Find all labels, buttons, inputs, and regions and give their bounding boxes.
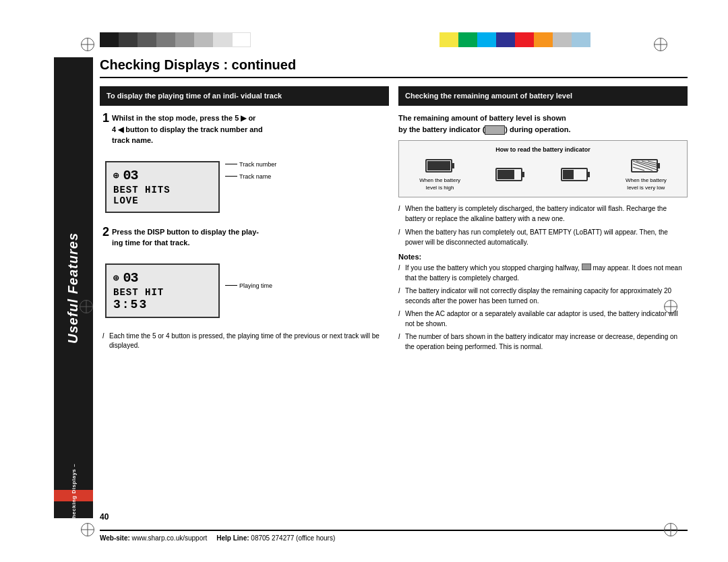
right-column: Checking the remaining amount of battery… bbox=[398, 86, 688, 355]
note-1: If you use the battery which you stopped… bbox=[398, 263, 688, 283]
display-mockup-1: ⊕ 03 BEST HITS LOVE bbox=[105, 161, 220, 213]
left-section-header: To display the playing time of an indi- … bbox=[100, 86, 389, 106]
battery-three-quarter bbox=[495, 167, 525, 183]
display-mockup-2: ⊕ 03 BEST HIT 3:53 bbox=[105, 263, 220, 318]
page-number: 40 bbox=[100, 512, 109, 522]
svg-rect-5 bbox=[497, 170, 514, 179]
bullet-1: When the battery is completely discharge… bbox=[398, 204, 688, 224]
color-bar-left bbox=[100, 32, 251, 47]
svg-rect-2 bbox=[427, 161, 450, 170]
step-2: 2 Press the DISP button to display the p… bbox=[100, 226, 389, 249]
page-title: Checking Displays : continued bbox=[100, 57, 688, 78]
crosshair-bottom-right bbox=[664, 523, 677, 536]
track-name-label: Track name bbox=[225, 173, 276, 180]
step-1: 1 Whilst in the stop mode, press the 5 ▶… bbox=[100, 113, 389, 146]
color-bar-right bbox=[439, 32, 590, 47]
playing-time-label: Playing time bbox=[225, 282, 272, 289]
sidebar-sub-label: – Checking Displays – bbox=[54, 490, 93, 501]
bullet-2: When the battery has run completely out,… bbox=[398, 228, 688, 247]
footer-helpline-label: Help Line: bbox=[216, 534, 249, 542]
track-number-label: Track number bbox=[225, 161, 276, 168]
battery-diagram-title: How to read the battery indicator bbox=[404, 146, 681, 153]
sidebar-main-label: Useful Features bbox=[66, 232, 82, 343]
battery-full-label: When the batterylevel is high bbox=[419, 177, 460, 191]
columns: To display the playing time of an indi- … bbox=[100, 86, 688, 355]
crosshair-top-right bbox=[654, 38, 667, 51]
battery-diagram: How to read the battery indicator When t… bbox=[398, 140, 688, 197]
crosshair-top-left bbox=[81, 38, 94, 51]
right-section-header: Checking the remaining amount of battery… bbox=[398, 86, 688, 106]
display-1: ⊕ 03 BEST HITS LOVE Track number Track n… bbox=[102, 154, 386, 220]
step-note-item: Each time the 5 or 4 button is pressed, … bbox=[102, 332, 389, 350]
note-3: When the AC adaptor or a separately avai… bbox=[398, 309, 688, 329]
sidebar: Useful Features bbox=[54, 57, 93, 518]
note-4: The number of bars shown in the battery … bbox=[398, 332, 688, 352]
step-2-number: 2 bbox=[102, 225, 109, 239]
display-1-labels: Track number Track name bbox=[225, 154, 276, 185]
left-column: To display the playing time of an indi- … bbox=[100, 86, 389, 355]
battery-low: When the batterylevel is very low bbox=[626, 158, 667, 191]
display-2-labels: Playing time bbox=[225, 257, 272, 294]
step-1-text: Whilst in the stop mode, press the 5 ▶ o… bbox=[112, 113, 386, 146]
svg-rect-7 bbox=[587, 172, 590, 177]
step-2-text: Press the DISP button to display the pla… bbox=[112, 226, 386, 249]
svg-line-13 bbox=[633, 167, 644, 170]
notes-label: Notes: bbox=[398, 253, 688, 261]
color-bars bbox=[0, 32, 728, 47]
notes-section: Notes: If you use the battery which you … bbox=[398, 253, 688, 352]
battery-intro: The remaining amount of battery level is… bbox=[398, 113, 688, 135]
battery-half bbox=[561, 167, 590, 183]
note-2: The battery indicator will not correctly… bbox=[398, 286, 688, 306]
footer-website-label: Web-site: bbox=[100, 534, 130, 542]
svg-rect-8 bbox=[563, 170, 574, 179]
footer: Web-site: www.sharp.co.uk/support Help L… bbox=[100, 530, 688, 542]
crosshair-bottom-left bbox=[81, 523, 94, 536]
footer-website-url: www.sharp.co.uk/support bbox=[132, 534, 208, 542]
main-content: Checking Displays : continued To display… bbox=[100, 57, 688, 518]
svg-rect-1 bbox=[452, 163, 454, 168]
battery-low-label: When the batterylevel is very low bbox=[626, 177, 667, 191]
step-1-number: 1 bbox=[102, 111, 109, 125]
svg-rect-4 bbox=[522, 172, 524, 177]
battery-images: When the batterylevel is high bbox=[404, 158, 681, 191]
step-note: Each time the 5 or 4 button is pressed, … bbox=[100, 332, 389, 350]
svg-line-14 bbox=[636, 161, 659, 168]
battery-full: When the batterylevel is high bbox=[419, 158, 460, 191]
footer-helpline-number: 08705 274277 (office hours) bbox=[251, 534, 335, 542]
display-2: ⊕ 03 BEST HIT 3:53 Playing time bbox=[102, 257, 386, 325]
crosshair-left-mid bbox=[80, 300, 93, 313]
